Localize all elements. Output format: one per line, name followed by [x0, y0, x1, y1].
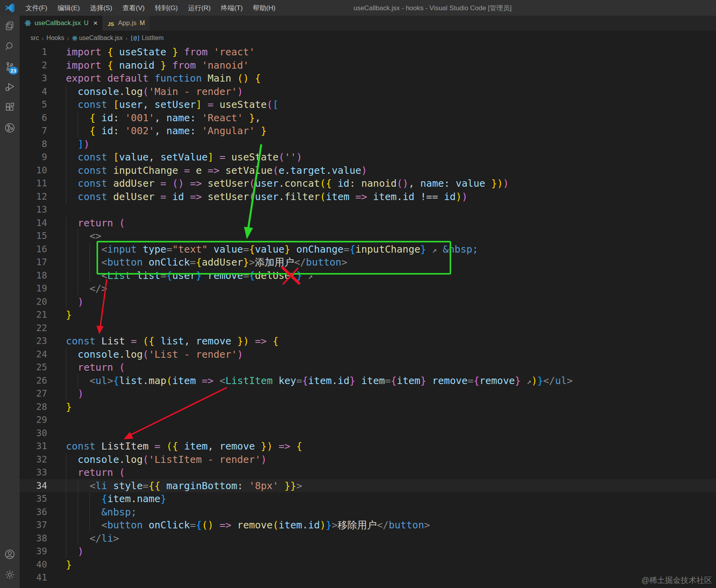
- code-line-6[interactable]: 6 { id: '001', name: 'React' },: [20, 111, 716, 125]
- code-line-20[interactable]: 20 ): [20, 295, 716, 309]
- breadcrumb-item-file[interactable]: useCallback.jsx: [79, 35, 123, 42]
- menu-item-3[interactable]: 查看(V): [117, 0, 150, 16]
- menu-item-5[interactable]: 运行(R): [183, 0, 216, 16]
- line-number: 17: [20, 256, 47, 269]
- indent-guide: [89, 256, 90, 269]
- extensions-icon[interactable]: [0, 97, 20, 118]
- indent-guide: [66, 492, 66, 506]
- code-text: <button onClick={() => remove(item.id)}>…: [66, 519, 716, 532]
- code-line-2[interactable]: 2import { nanoid } from 'nanoid': [20, 59, 716, 72]
- code-line-7[interactable]: 7 { id: '002', name: 'Angular' }: [20, 124, 716, 138]
- code-line-31[interactable]: 31const ListItem = ({ item, remove }) =>…: [20, 440, 716, 453]
- code-line-34[interactable]: 34 <li style={{ marginBottom: '8px' }}>: [20, 479, 716, 493]
- indent-guide: [66, 190, 66, 204]
- code-line-5[interactable]: 5 const [user, setUser] = useState([: [20, 98, 716, 111]
- menu-item-0[interactable]: 文件(F): [20, 0, 53, 16]
- indent-guide: [66, 453, 66, 466]
- code-line-35[interactable]: 35 {item.name}: [20, 492, 716, 506]
- line-number: 23: [20, 335, 47, 348]
- code-line-22[interactable]: 22: [20, 322, 716, 335]
- code-line-33[interactable]: 33 return (: [20, 466, 716, 479]
- code-line-18[interactable]: 18 <List list={user} remove={delUser} ↗: [20, 269, 716, 282]
- menu-item-6[interactable]: 终端(T): [216, 0, 248, 16]
- tab-usecallback[interactable]: useCallback.jsx U ×: [20, 16, 102, 31]
- line-number: 18: [20, 269, 47, 282]
- settings-gear-icon[interactable]: [0, 564, 20, 585]
- breadcrumb-item-symbol[interactable]: ListItem: [142, 35, 164, 42]
- code-line-12[interactable]: 12 const delUser = id => setUser(user.fi…: [20, 190, 716, 204]
- indent-guide: [78, 124, 78, 138]
- code-line-28[interactable]: 28}: [20, 400, 716, 414]
- indent-guide: [66, 374, 66, 388]
- indent-guide: [66, 164, 66, 177]
- code-text: const ListItem = ({ item, remove }) => {: [66, 440, 716, 453]
- code-line-13[interactable]: 13: [20, 203, 716, 217]
- code-line-23[interactable]: 23const List = ({ list, remove }) => {: [20, 335, 716, 348]
- menu-item-4[interactable]: 转到(G): [150, 0, 183, 16]
- code-text: const inputChange = e => setValue(e.targ…: [66, 164, 716, 177]
- line-number: 36: [20, 506, 47, 519]
- source-control-icon[interactable]: 23: [0, 56, 20, 77]
- account-icon[interactable]: [0, 544, 20, 564]
- code-line-21[interactable]: 21}: [20, 308, 716, 322]
- menu-item-1[interactable]: 编辑(E): [53, 0, 85, 16]
- line-number: 5: [20, 98, 47, 111]
- code-line-29[interactable]: 29: [20, 413, 716, 427]
- line-number: 38: [20, 532, 47, 545]
- code-line-27[interactable]: 27 ): [20, 387, 716, 400]
- code-line-24[interactable]: 24 console.log('List - render'): [20, 348, 716, 361]
- code-line-15[interactable]: 15 <>: [20, 229, 716, 243]
- code-line-16[interactable]: 16 <input type="text" value={value} onCh…: [20, 243, 716, 256]
- indent-guide: [78, 479, 78, 493]
- line-number: 15: [20, 229, 47, 243]
- code-line-30[interactable]: 30: [20, 427, 716, 440]
- code-line-4[interactable]: 4 console.log('Main - render'): [20, 85, 716, 98]
- code-line-10[interactable]: 10 const inputChange = e => setValue(e.t…: [20, 164, 716, 177]
- code-line-25[interactable]: 25 return (: [20, 361, 716, 374]
- indent-guide: [78, 256, 78, 269]
- code-line-38[interactable]: 38 </li>: [20, 532, 716, 545]
- watermark: @稀土掘金技术社区: [641, 575, 712, 586]
- code-line-36[interactable]: 36 &nbsp;: [20, 506, 716, 519]
- tab-appjs[interactable]: JS App.js M: [102, 16, 150, 31]
- code-line-26[interactable]: 26 <ul>{list.map(item => <ListItem key={…: [20, 374, 716, 388]
- indent-guide: [66, 545, 66, 558]
- run-debug-icon[interactable]: [0, 77, 20, 97]
- code-line-41[interactable]: 41: [20, 571, 716, 584]
- menu-item-2[interactable]: 选择(S): [85, 0, 117, 16]
- code-text: return (: [66, 361, 716, 374]
- title-bar: 文件(F)编辑(E)选择(S)查看(V)转到(G)运行(R)终端(T)帮助(H)…: [0, 0, 716, 16]
- breadcrumb-item-src[interactable]: src: [31, 35, 39, 42]
- code-line-8[interactable]: 8 ]): [20, 138, 716, 151]
- code-text: ): [66, 545, 716, 558]
- line-number: 30: [20, 427, 47, 440]
- indent-guide: [89, 243, 90, 256]
- code-line-3[interactable]: 3export default function Main () {: [20, 72, 716, 85]
- code-line-32[interactable]: 32 console.log('ListItem - render'): [20, 453, 716, 466]
- code-editor[interactable]: 1import { useState } from 'react'2import…: [20, 46, 716, 588]
- code-text: const [value, setValue] = useState(''): [66, 151, 716, 164]
- code-line-14[interactable]: 14 return (: [20, 217, 716, 230]
- code-text: console.log('Main - render'): [66, 85, 716, 98]
- code-line-37[interactable]: 37 <button onClick={() => remove(item.id…: [20, 519, 716, 532]
- git-graph-icon[interactable]: [0, 118, 20, 138]
- indent-guide: [66, 506, 66, 519]
- code-text: const [user, setUser] = useState([: [66, 98, 716, 111]
- code-line-40[interactable]: 40}: [20, 558, 716, 572]
- explorer-icon[interactable]: [0, 16, 20, 36]
- breadcrumb-item-hooks[interactable]: Hooks: [46, 35, 64, 42]
- menu-item-7[interactable]: 帮助(H): [248, 0, 281, 16]
- code-line-11[interactable]: 11 const addUser = () => setUser(user.co…: [20, 177, 716, 190]
- close-icon[interactable]: ×: [93, 19, 98, 27]
- search-icon[interactable]: [0, 36, 20, 56]
- indent-guide: [78, 282, 78, 295]
- code-text: return (: [66, 217, 716, 230]
- code-line-39[interactable]: 39 ): [20, 545, 716, 558]
- chevron-right-icon: ›: [124, 35, 129, 42]
- line-number: 11: [20, 177, 47, 190]
- code-line-19[interactable]: 19 </>: [20, 282, 716, 295]
- code-line-17[interactable]: 17 <button onClick={addUser}>添加用户</butto…: [20, 256, 716, 269]
- code-line-9[interactable]: 9 const [value, setValue] = useState(''): [20, 151, 716, 164]
- line-number: 2: [20, 59, 47, 72]
- code-line-1[interactable]: 1import { useState } from 'react': [20, 46, 716, 59]
